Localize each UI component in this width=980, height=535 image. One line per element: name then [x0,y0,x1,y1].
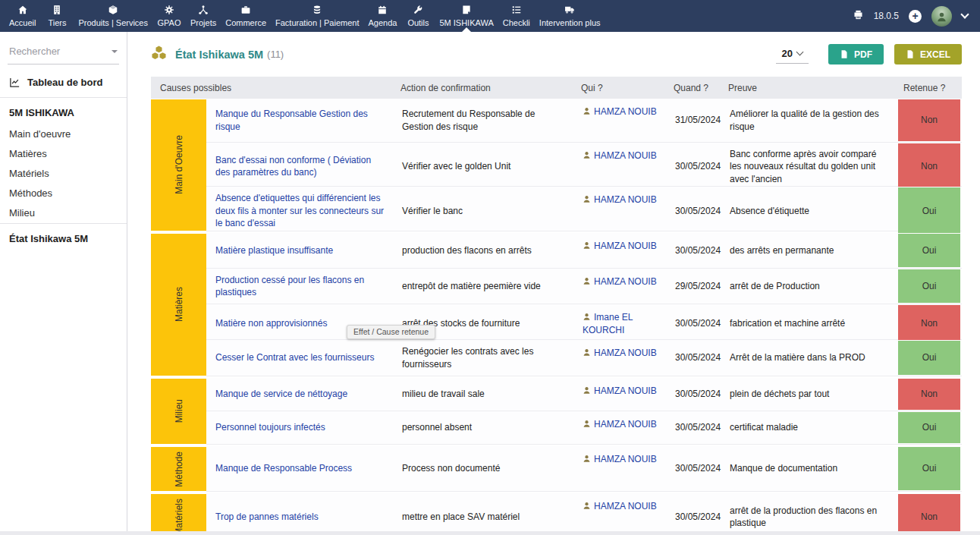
who-link[interactable]: HAMZA NOUIB [594,419,657,430]
cause-link[interactable]: Personnel toujours infectés [215,421,325,433]
nav-item-outils[interactable]: Outils [401,0,435,32]
page-title: État Ishikawa 5M [175,49,263,61]
pdf-export-button[interactable]: PDF [828,44,884,65]
truck-icon [564,5,575,16]
chevron-down-icon[interactable] [960,10,969,18]
cube-icon [108,5,118,16]
who-link[interactable]: HAMZA NOUIB [594,454,657,464]
retenue-cell: Oui [897,187,961,234]
group-label-text: Milieu [174,395,184,427]
sidebar-item-main-d-oeuvre[interactable]: Main d'oeuvre [0,124,127,144]
cause-link[interactable]: Matière non approvisionnés [215,317,327,329]
preuve-cell: Manque de documentation [722,446,897,492]
date-text: 30/05/2024 [675,462,721,474]
preuve-text: plein de déchets par tout [730,388,829,400]
who-link[interactable]: HAMZA NOUIB [594,276,657,287]
app-version: 18.0.5 [874,11,899,21]
building-icon [52,5,62,16]
person-icon [583,501,591,513]
retenue-cell: Non [897,143,961,190]
group-label-materiels: Matériels [151,494,206,535]
retenue-badge: Non [898,99,960,141]
cause-link[interactable]: Matière plastique insuffisante [215,244,333,256]
date-text: 30/05/2024 [675,351,721,363]
user-avatar[interactable] [931,6,952,27]
group-rows: Trop de pannes matérielsmettre en place … [206,493,962,535]
nav-item-accueil[interactable]: Accueil [5,0,40,32]
sidebar: Rechercher Tableau de bord 5M ISHIKAWA M… [0,32,127,535]
quick-add-button[interactable]: + [909,10,922,23]
nav-item-label: Tiers [48,18,66,27]
action-text: mettre en place SAV matériel [402,511,520,523]
sidebar-item-milieu[interactable]: Milieu [0,203,127,223]
main-content: État Ishikawa 5M (11) 20 PDF EXCEL Cause… [127,32,980,535]
cause-cell: Banc d'essai non conforme ( Déviation de… [206,143,394,190]
who-cell: HAMZA NOUIB [575,411,667,444]
who-link[interactable]: HAMZA NOUIB [594,241,657,251]
nav-item-tiers[interactable]: Tiers [40,0,74,32]
nav-item-intervention-plus[interactable]: Intervention plus [535,0,605,32]
search-placeholder: Rechercher [9,46,60,57]
date-cell: 31/05/2024 [667,99,722,142]
action-text: milieu de travail sale [402,388,485,400]
nav-item-label: Produits | Services [78,18,148,27]
printer-icon[interactable] [853,9,864,24]
retenue-badge: Non [898,305,960,341]
navbar-right-tools: 18.0.5 + [853,0,980,32]
action-cell: milieu de travail sale [394,378,575,411]
who-link[interactable]: HAMZA NOUIB [594,150,657,161]
nav-item-5m-ishikawa[interactable]: 5M ISHIKAWA [435,0,498,32]
nav-item-label: Agenda [369,18,397,27]
search-input[interactable]: Rechercher [8,42,119,65]
sidebar-item-methodes[interactable]: Méthodes [0,184,127,203]
column-action: Action de confirmation [394,83,575,93]
nav-item-gpao[interactable]: GPAO [152,0,186,32]
cause-link[interactable]: Absence d'etiquettes qui différencient l… [215,192,387,229]
cause-link[interactable]: Banc d'essai non conforme ( Déviation de… [215,154,387,178]
preuve-cell: plein de déchets par tout [722,378,897,411]
who-link[interactable]: HAMZA NOUIB [594,501,657,511]
nav-item-commerce[interactable]: Commerce [221,0,271,32]
group-label-main-d-oeuvre: Main d'Oeuvre [151,99,206,231]
person-icon [583,312,591,324]
excel-export-button[interactable]: EXCEL [894,44,962,65]
preuve-text: Absence d'étiquette [730,205,809,217]
action-cell: personnel absent [394,411,575,444]
action-cell: Vérifier avec le golden Unit [394,143,575,190]
nav-item-produits-services[interactable]: Produits | Services [74,0,152,32]
dashboard-label: Tableau de bord [27,77,102,88]
sidebar-item-etat-ishikawa-5m[interactable]: État Ishikawa 5M [0,224,127,253]
retenue-cell: Oui [897,233,961,268]
cause-link[interactable]: Cesser le Contrat avec les fournisseurs [215,351,374,363]
person-icon [583,348,591,360]
who-link[interactable]: HAMZA NOUIB [594,348,657,358]
sidebar-item-dashboard[interactable]: Tableau de bord [0,65,127,97]
date-text: 29/05/2024 [675,280,721,292]
retenue-cell: Oui [897,411,961,444]
table-row: Manque de service de néttoyagemilieu de … [206,378,962,411]
person-icon [583,241,591,253]
cause-link[interactable]: Manque de service de néttoyage [215,388,347,400]
cause-link[interactable]: Manque du Responsable Gestion des risque [215,108,387,132]
nav-item-projets[interactable]: Projets [186,0,221,32]
nav-item-agenda[interactable]: Agenda [364,0,402,32]
cause-link[interactable]: Production cessé pour les flacons en pla… [215,274,387,298]
page-size-select[interactable]: 20 [776,46,809,64]
preuve-cell: Améliorer la qualité de la gestion des r… [722,99,897,142]
preuve-cell: certificat maladie [722,411,897,444]
nav-item-checkli[interactable]: Checkli [498,0,535,32]
date-text: 30/05/2024 [675,244,721,256]
who-link[interactable]: HAMZA NOUIB [594,194,657,205]
who-link[interactable]: HAMZA NOUIB [594,386,657,396]
retenue-badge: Non [898,494,960,535]
preuve-text: arrêt de de Production [730,280,820,292]
nav-item-label: Projets [190,18,216,27]
sidebar-item-materiels[interactable]: Matériels [0,164,127,184]
cause-link[interactable]: Trop de pannes matériels [215,511,319,523]
group-label-text: Matériels [174,494,184,535]
who-link[interactable]: HAMZA NOUIB [594,106,657,117]
cause-link[interactable]: Manque de Responsable Process [215,462,352,474]
sidebar-item-matieres[interactable]: Matières [0,144,127,164]
nav-item-facturation-paiement[interactable]: Facturation | Paiement [271,0,363,32]
coins-icon [312,5,322,16]
